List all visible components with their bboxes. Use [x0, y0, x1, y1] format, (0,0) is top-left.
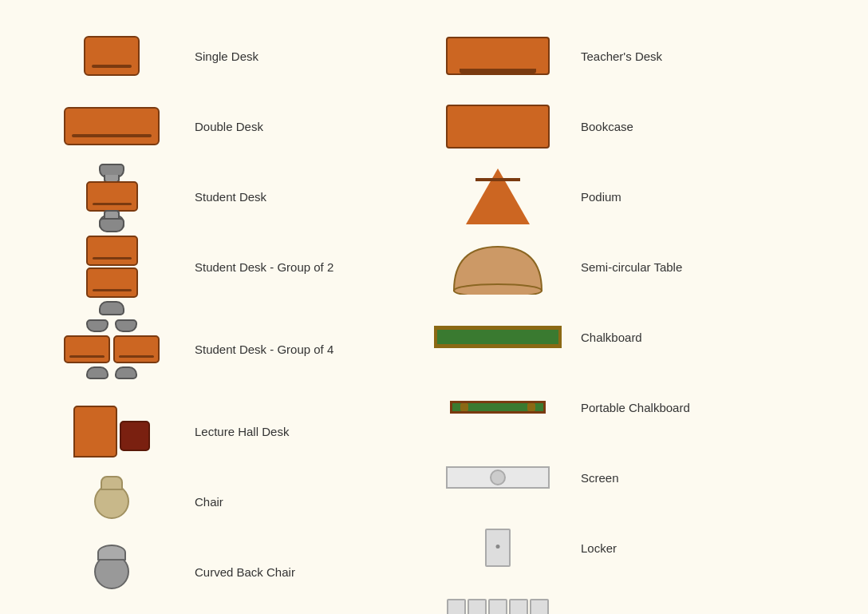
list-item: Chair	[48, 477, 434, 525]
chair-label: Chair	[195, 495, 223, 509]
chalkboard-label: Chalkboard	[581, 331, 642, 344]
chalkboard-icon-area	[434, 326, 562, 348]
bottom-chairs	[86, 366, 137, 379]
desk-icon	[86, 181, 138, 212]
podium-label: Podium	[581, 190, 621, 204]
single-desk-icon-area	[48, 36, 176, 76]
list-item: Locker	[434, 524, 820, 572]
chalkboard-icon	[434, 326, 562, 348]
locker-label: Locker	[581, 541, 617, 555]
bank-of-5-lockers-icon	[447, 599, 549, 614]
top-chairs	[86, 319, 137, 332]
bookcase-label: Bookcase	[581, 120, 633, 133]
student-desk-group4-label: Student Desk - Group of 4	[195, 343, 333, 356]
desk-bottom-icon	[86, 267, 138, 298]
portable-chalkboard-icon-area	[434, 401, 562, 414]
semi-circular-table-icon-area	[434, 239, 562, 295]
student-desk-group2-label: Student Desk - Group of 2	[195, 260, 333, 274]
list-item: Student Desk - Group of 2	[48, 243, 434, 291]
student-desk-group4-icon	[64, 319, 160, 379]
teachers-desk-label: Teacher's Desk	[581, 50, 662, 63]
curved-back-chair-icon-area	[48, 554, 176, 589]
podium-line	[475, 178, 520, 181]
curved-back-chair-icon	[94, 554, 129, 589]
bookcase-icon-area	[434, 105, 562, 149]
desk-top-icon	[86, 236, 138, 266]
locker-3-icon	[488, 599, 507, 614]
locker-2-icon	[468, 599, 487, 614]
lecture-hall-desk-icon-area	[48, 406, 176, 458]
lecture-hall-desk-label: Lecture Hall Desk	[195, 425, 289, 438]
chair-top-icon	[99, 218, 124, 232]
locker-5-icon	[530, 599, 549, 614]
list-item: Bookcase	[434, 102, 820, 150]
screen-label: Screen	[581, 471, 619, 485]
chair-bottom-left-icon	[86, 366, 108, 379]
left-column: Single Desk Double Desk Student Desk	[48, 32, 434, 582]
locker-1-icon	[447, 599, 466, 614]
locker-4-icon	[509, 599, 528, 614]
double-desk-label: Double Desk	[195, 120, 263, 133]
semi-circular-table-label: Semi-circular Table	[581, 260, 682, 274]
right-column: Teacher's Desk Bookcase Podium	[434, 32, 820, 582]
portable-chalkboard-label: Portable Chalkboard	[581, 401, 690, 414]
podium-shape	[466, 168, 530, 224]
chair-top-icon	[99, 164, 124, 178]
screen-icon	[446, 466, 550, 489]
student-desk-group4-icon-area	[48, 319, 176, 379]
desk-right-icon	[113, 335, 160, 363]
list-item: Chalkboard	[434, 313, 820, 361]
student-desk-group2-icon	[86, 218, 138, 315]
chair-top-right-icon	[115, 319, 137, 332]
student-desk-group2-icon-area	[48, 218, 176, 315]
locker-icon-area	[434, 529, 562, 567]
lecture-hall-desk-icon	[73, 406, 150, 458]
double-desk-icon	[64, 107, 160, 145]
list-item: Screen	[434, 454, 820, 501]
list-item: Portable Chalkboard	[434, 383, 820, 431]
list-item: Lecture Hall Desk	[48, 407, 434, 455]
list-item: Curved Back Chair	[48, 548, 434, 596]
semi-table-svg	[446, 239, 550, 295]
student-desk-label: Student Desk	[195, 190, 266, 204]
desk-left-icon	[64, 335, 110, 363]
bank-of-5-lockers-label: Bank of 5 Lockers	[581, 612, 677, 615]
locker-icon	[485, 529, 511, 567]
list-item: Student Desk - Group of 4	[48, 313, 434, 385]
podium-icon	[466, 168, 530, 224]
chair-icon	[94, 484, 129, 519]
teachers-desk-icon-area	[434, 37, 562, 75]
list-item: Single Desk	[48, 32, 434, 80]
list-item: Double Desk	[48, 102, 434, 150]
single-desk-icon	[84, 36, 140, 76]
lecture-chair-shape	[120, 421, 150, 451]
list-item: Podium	[434, 172, 820, 220]
list-item: Student Desk	[48, 172, 434, 220]
semi-circular-table-icon	[446, 239, 550, 295]
list-item: Bank of 5 Lockers	[434, 594, 820, 614]
bookcase-icon	[446, 105, 550, 149]
teachers-desk-icon	[446, 37, 550, 75]
svg-point-0	[454, 284, 542, 295]
lecture-desk-shape	[73, 406, 117, 458]
portable-chalkboard-icon	[450, 401, 546, 414]
list-item: Teacher's Desk	[434, 32, 820, 80]
curved-back-chair-label: Curved Back Chair	[195, 565, 295, 579]
chair-top-left-icon	[86, 319, 108, 332]
desks-row	[64, 335, 160, 363]
double-desk-icon-area	[48, 107, 176, 145]
single-desk-label: Single Desk	[195, 50, 258, 63]
screen-icon-area	[434, 466, 562, 489]
podium-icon-area	[434, 168, 562, 224]
chair-icon-area	[48, 484, 176, 519]
chair-bottom-right-icon	[115, 366, 137, 379]
bank-of-5-lockers-icon-area	[434, 599, 562, 614]
list-item: Semi-circular Table	[434, 243, 820, 291]
